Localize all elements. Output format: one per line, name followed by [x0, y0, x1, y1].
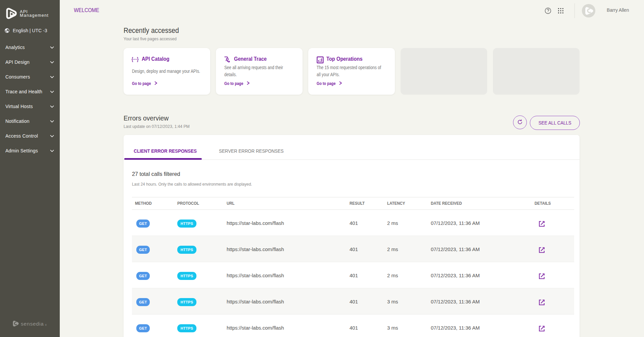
svg-text:sensedia: sensedia — [21, 321, 44, 327]
svg-text:{···}: {···} — [132, 56, 139, 62]
svg-text:®: ® — [45, 324, 47, 326]
